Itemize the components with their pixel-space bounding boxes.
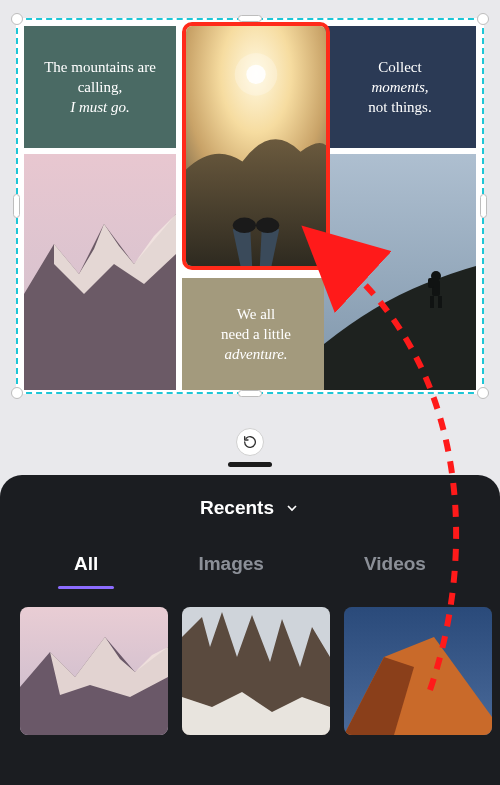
media-thumbnails — [0, 589, 500, 735]
svg-rect-9 — [430, 296, 434, 308]
quote-text: Collect moments, not things. — [358, 51, 441, 124]
tab-images[interactable]: Images — [192, 545, 269, 589]
svg-point-4 — [256, 218, 279, 233]
rotate-button[interactable] — [236, 428, 264, 456]
resize-handle-right[interactable] — [480, 194, 487, 218]
resize-handle-left[interactable] — [13, 194, 20, 218]
collage-cell-selected-slot[interactable] — [182, 22, 330, 270]
collage-cell-adventure-quote[interactable]: We all need a little adventure. — [182, 278, 330, 390]
resize-handle-top[interactable] — [238, 15, 262, 22]
rotate-icon — [242, 434, 258, 450]
panel-title: Recents — [200, 497, 274, 519]
svg-rect-11 — [428, 278, 434, 288]
resize-handle-tr[interactable] — [477, 13, 489, 25]
design-canvas[interactable]: The mountains are calling, I must go. Co… — [16, 18, 484, 394]
resize-handle-bl[interactable] — [11, 387, 23, 399]
panel-source-dropdown[interactable]: Recents — [0, 475, 500, 527]
tab-videos[interactable]: Videos — [358, 545, 432, 589]
thumbnail-3[interactable] — [344, 607, 492, 735]
media-picker-panel: Recents All Images Videos — [0, 475, 500, 785]
svg-rect-10 — [438, 296, 442, 308]
collage-cell-hiker[interactable] — [324, 154, 476, 390]
resize-handle-tl[interactable] — [11, 13, 23, 25]
resize-handle-br[interactable] — [477, 387, 489, 399]
collage-cell-mountains-quote[interactable]: The mountains are calling, I must go. — [24, 26, 176, 148]
thumbnail-1[interactable] — [20, 607, 168, 735]
mountain-image — [24, 154, 176, 390]
quote-text: The mountains are calling, I must go. — [24, 51, 176, 124]
hero-image — [186, 26, 326, 266]
panel-drag-handle[interactable] — [228, 462, 272, 467]
media-tabs: All Images Videos — [0, 527, 500, 589]
thumbnail-2[interactable] — [182, 607, 330, 735]
svg-point-2 — [235, 53, 278, 96]
hiker-image — [324, 154, 476, 390]
tab-all[interactable]: All — [68, 545, 104, 589]
chevron-down-icon — [284, 500, 300, 516]
collage-cell-snow-mountain[interactable] — [24, 154, 176, 390]
resize-handle-bottom[interactable] — [238, 390, 262, 397]
quote-text: We all need a little adventure. — [211, 298, 301, 371]
svg-point-3 — [233, 218, 256, 233]
collage-cell-collect-quote[interactable]: Collect moments, not things. — [324, 26, 476, 148]
